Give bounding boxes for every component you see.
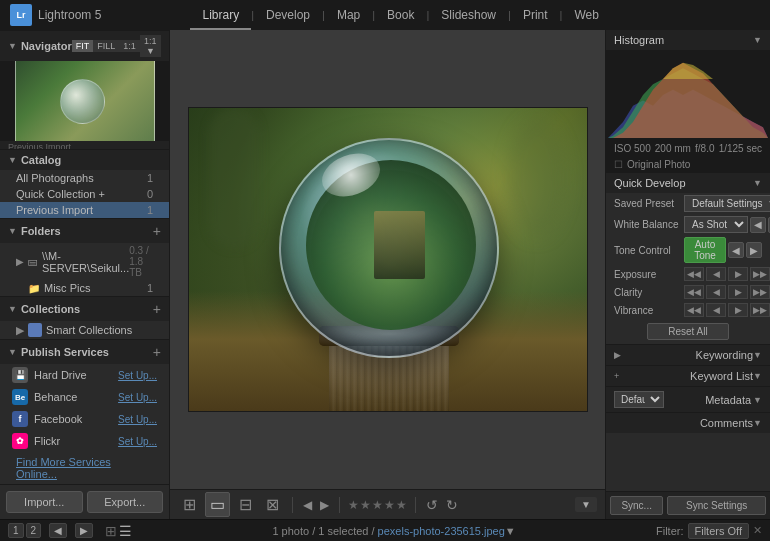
nav-1-1-btn[interactable]: 1:1 [119,40,140,52]
facebook-setup[interactable]: Set Up... [118,414,157,425]
page-2-btn[interactable]: 2 [26,523,42,538]
star-2[interactable]: ★ [360,498,371,512]
star-4[interactable]: ★ [384,498,395,512]
metadata-select[interactable]: Default [614,391,664,408]
top-bar-left: Lr Lightroom 5 [10,4,101,26]
folder-server[interactable]: ▶ 🖴 \\M-SERVER\Seikul... 0.3 / 1.8 TB [0,243,169,280]
saved-preset-select[interactable]: Default Settings [684,195,770,212]
clarity-inc-large[interactable]: ▶▶ [750,285,770,299]
exposure-dec-large[interactable]: ◀◀ [684,267,704,281]
view-separator [292,497,293,513]
exposure-inc[interactable]: ▶ [728,267,748,281]
quick-develop-header[interactable]: Quick Develop ▼ [606,172,770,193]
vibrance-dec[interactable]: ◀ [706,303,726,317]
nav-crop-indicator [15,61,155,141]
catalog-previous-import[interactable]: Previous Import 1 [0,202,169,218]
status-filename[interactable]: pexels-photo-235615.jpeg [378,525,505,537]
grid-view-btn[interactable]: ⊞ [178,492,201,517]
filter-value[interactable]: Filters Off [688,523,749,539]
comments-header[interactable]: Comments ▼ [606,412,770,433]
behance-setup[interactable]: Set Up... [118,392,157,403]
tab-slideshow[interactable]: Slideshow [429,0,508,30]
catalog-all-photos[interactable]: All Photographs 1 [0,170,169,186]
sync-btn[interactable]: Sync... [610,496,663,515]
tab-library[interactable]: Library [190,0,251,30]
original-photo-checkbox[interactable]: ☐ [614,159,623,170]
nav-zoom-btn[interactable]: 1:1 ▼ [140,35,161,57]
saved-preset-control: Default Settings ◀ ▶ [684,195,770,212]
collections-add-icon[interactable]: + [153,301,161,317]
service-hard-drive[interactable]: 💾 Hard Drive Set Up... [0,364,169,386]
vibrance-dec-large[interactable]: ◀◀ [684,303,704,317]
survey-view-btn[interactable]: ⊠ [261,492,284,517]
hard-drive-setup[interactable]: Set Up... [118,370,157,381]
exposure-sliders: ◀◀ ◀ ▶ ▶▶ [684,267,770,281]
clarity-dec-large[interactable]: ◀◀ [684,285,704,299]
white-balance-row: White Balance As Shot ◀ ▶ [606,214,770,235]
nav-left-btn[interactable]: ◀ [49,523,67,538]
more-services-link[interactable]: Find More Services Online... [16,456,111,480]
catalog-header[interactable]: ▼ Catalog [0,149,169,170]
collection-smart[interactable]: ▶ Smart Collections [0,321,169,339]
prev-photo-btn[interactable]: ◀ [301,496,314,514]
folders-header[interactable]: ▼ Folders + [0,218,169,243]
filter-clear-btn[interactable]: ✕ [753,524,762,537]
filename-arrow[interactable]: ▼ [505,525,516,537]
collections-header[interactable]: ▼ Collections + [0,296,169,321]
navigator-header[interactable]: ▼ Navigator FIT FILL 1:1 1:1 ▼ [0,30,169,61]
metadata-header[interactable]: Default Metadata ▼ [606,386,770,412]
auto-tone-btn[interactable]: Auto Tone [684,237,726,263]
filmstrip-expand-btn[interactable]: ▼ [575,497,597,512]
next-photo-btn[interactable]: ▶ [318,496,331,514]
wb-prev[interactable]: ◀ [750,217,766,233]
tab-print[interactable]: Print [511,0,560,30]
vibrance-inc[interactable]: ▶ [728,303,748,317]
folders-add-icon[interactable]: + [153,223,161,239]
folder-misc-pics[interactable]: 📁 Misc Pics 1 [0,280,169,296]
tone-control-row: Tone Control Auto Tone ◀ ▶ [606,235,770,265]
reset-all-btn[interactable]: Reset All [647,323,728,340]
nav-right-btn[interactable]: ▶ [75,523,93,538]
rotate-left-btn[interactable]: ↺ [424,495,440,515]
grid-mode-btn[interactable]: ⊞ [105,523,117,539]
list-mode-btn[interactable]: ☰ [119,523,132,539]
tab-book[interactable]: Book [375,0,426,30]
catalog-quick-collection[interactable]: Quick Collection + 0 [0,186,169,202]
import-button[interactable]: Import... [6,491,83,513]
clarity-dec[interactable]: ◀ [706,285,726,299]
hdd-icon: 🖴 [28,256,38,267]
exposure-dec[interactable]: ◀ [706,267,726,281]
rotate-right-btn[interactable]: ↻ [444,495,460,515]
tab-web[interactable]: Web [562,0,610,30]
tone-next[interactable]: ▶ [746,242,762,258]
tone-prev[interactable]: ◀ [728,242,744,258]
compare-view-btn[interactable]: ⊟ [234,492,257,517]
loupe-view-btn[interactable]: ▭ [205,492,230,517]
more-services: Find More Services Online... [0,452,169,484]
nav-fit-btn[interactable]: FIT [72,40,94,52]
tab-map[interactable]: Map [325,0,372,30]
exposure-inc-large[interactable]: ▶▶ [750,267,770,281]
star-3[interactable]: ★ [372,498,383,512]
histogram-header[interactable]: Histogram ▼ [606,30,770,50]
clarity-inc[interactable]: ▶ [728,285,748,299]
service-facebook[interactable]: f Facebook Set Up... [0,408,169,430]
sync-settings-btn[interactable]: Sync Settings [667,496,766,515]
export-button[interactable]: Export... [87,491,164,513]
white-balance-select[interactable]: As Shot [684,216,748,233]
page-1-btn[interactable]: 1 [8,523,24,538]
histogram-title: Histogram [614,34,664,46]
vibrance-inc-large[interactable]: ▶▶ [750,303,770,317]
keyword-list-header[interactable]: + Keyword List ▼ [606,365,770,386]
nav-fill-btn[interactable]: FILL [93,40,119,52]
exposure-label: Exposure [614,269,684,280]
star-1[interactable]: ★ [348,498,359,512]
star-5[interactable]: ★ [396,498,407,512]
publish-add-icon[interactable]: + [153,344,161,360]
keywording-header[interactable]: ▶ Keywording ▼ [606,344,770,365]
publish-services-header[interactable]: ▼ Publish Services + [0,339,169,364]
flickr-setup[interactable]: Set Up... [118,436,157,447]
tab-develop[interactable]: Develop [254,0,322,30]
service-behance[interactable]: Be Behance Set Up... [0,386,169,408]
service-flickr[interactable]: ✿ Flickr Set Up... [0,430,169,452]
